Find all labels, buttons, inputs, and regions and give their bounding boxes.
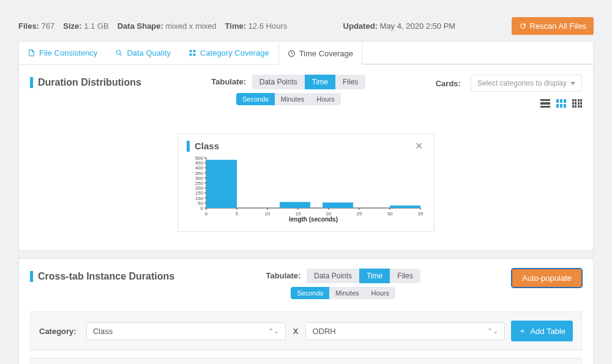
file-icon <box>28 49 35 57</box>
unit-minutes[interactable]: Minutes <box>275 93 311 105</box>
tabulate-group-2: Seconds Minutes Hours <box>236 93 341 105</box>
svg-text:200: 200 <box>195 185 204 191</box>
svg-text:35: 35 <box>418 211 424 217</box>
chart-title: Class <box>187 141 219 152</box>
duration-controls: Tabulate: Data Points Time Files Seconds… <box>211 75 365 109</box>
crosstab-subcard: Class X Capacity Minutes | ✕ <box>30 358 582 364</box>
crosstab-time[interactable]: Time <box>359 269 390 283</box>
section-divider <box>19 250 593 259</box>
svg-rect-3 <box>193 50 196 53</box>
rescan-button[interactable]: Rescan All Files <box>512 17 594 35</box>
caret-down-icon <box>570 82 575 85</box>
tabulate-label: Tabulate: <box>211 77 246 86</box>
svg-rect-47 <box>206 160 237 208</box>
crosstab-group-2: Seconds Minutes Hours <box>291 287 395 299</box>
tab-file-consistency[interactable]: File Consistency <box>19 42 106 64</box>
shape-kv: Data Shape: mixed x mixed <box>118 21 217 31</box>
auto-populate-button[interactable]: Auto-populate <box>512 269 582 288</box>
updated-kv: Updated: May 4, 2020 2:50 PM <box>343 21 456 31</box>
unit-seconds[interactable]: Seconds <box>236 93 275 105</box>
cards-label: Cards: <box>436 79 461 88</box>
svg-line-1 <box>120 54 122 56</box>
view-list-icon[interactable] <box>540 99 550 108</box>
category-row: Category: Class⌃⌄ X ODRH⌃⌄ ＋Add Table <box>30 311 582 351</box>
svg-text:5: 5 <box>236 211 239 217</box>
view-grid-medium-icon[interactable] <box>556 99 566 108</box>
crosstab-title: Cross-tab Instance Durations <box>30 271 174 282</box>
refresh-icon <box>519 22 527 30</box>
unit-hours[interactable]: Hours <box>310 93 340 105</box>
svg-text:30: 30 <box>387 211 393 217</box>
category-select-2[interactable]: ODRH⌃⌄ <box>305 322 505 340</box>
svg-text:150: 150 <box>195 190 204 196</box>
main-tabs: File Consistency Data Quality Category C… <box>18 41 594 65</box>
summary-bar: Files: 767 Size: 1.1 GB Data Shape: mixe… <box>18 17 594 35</box>
crosstab-group-1: Data Points Time Files <box>307 269 420 283</box>
svg-rect-48 <box>280 202 310 208</box>
svg-text:0: 0 <box>201 206 204 211</box>
accent-bar <box>30 77 33 88</box>
summary-left: Files: 767 Size: 1.1 GB Data Shape: mixe… <box>18 21 287 31</box>
add-table-button[interactable]: ＋Add Table <box>511 321 573 341</box>
svg-rect-5 <box>193 54 196 56</box>
svg-text:450: 450 <box>195 160 204 166</box>
clock-icon <box>288 50 296 58</box>
grid-icon <box>188 49 196 57</box>
tabulate-group-1: Data Points Time Files <box>252 75 366 89</box>
svg-rect-4 <box>190 54 192 56</box>
close-icon[interactable]: ✕ <box>412 140 425 152</box>
tabulate-files[interactable]: Files <box>335 75 365 89</box>
chart-card-class: Class ✕ 05010015020025030035040045050005… <box>177 133 435 232</box>
cards-select[interactable]: Select categories to display <box>471 75 582 92</box>
tabulate-datapoints[interactable]: Data Points <box>252 75 305 89</box>
duration-section: Duration Distributions Tabulate: Data Po… <box>19 65 593 250</box>
tabulate-label: Tabulate: <box>266 271 301 280</box>
crosstab-hours[interactable]: Hours <box>365 287 395 299</box>
crosstab-section: Cross-tab Instance Durations Tabulate: D… <box>19 259 593 364</box>
duration-title: Duration Distributions <box>30 77 141 88</box>
svg-rect-49 <box>323 202 353 208</box>
main-panel: Duration Distributions Tabulate: Data Po… <box>18 65 594 364</box>
svg-text:10: 10 <box>265 211 271 217</box>
svg-text:350: 350 <box>195 171 204 176</box>
category-select-1[interactable]: Class⌃⌄ <box>86 322 286 340</box>
svg-text:300: 300 <box>195 176 204 181</box>
svg-text:100: 100 <box>195 196 204 201</box>
svg-rect-50 <box>390 206 420 208</box>
svg-text:25: 25 <box>357 211 362 217</box>
search-icon <box>115 49 123 57</box>
svg-text:0: 0 <box>205 211 208 217</box>
svg-text:50: 50 <box>198 201 203 206</box>
svg-rect-2 <box>190 50 192 53</box>
chart-plot: 0501001502002503003504004505000510152025… <box>187 155 425 223</box>
category-label: Category: <box>39 327 76 336</box>
view-grid-small-icon[interactable] <box>572 99 582 108</box>
crosstab-minutes[interactable]: Minutes <box>329 287 365 299</box>
crosstab-seconds[interactable]: Seconds <box>291 287 329 299</box>
accent-bar <box>187 141 190 152</box>
files-kv: Files: 767 <box>18 21 54 31</box>
svg-text:400: 400 <box>195 165 204 171</box>
time-kv: Time: 12.6 Hours <box>225 21 288 31</box>
x-separator: X <box>292 327 300 336</box>
plus-icon: ＋ <box>518 325 526 336</box>
crosstab-datapoints[interactable]: Data Points <box>307 269 359 283</box>
svg-point-0 <box>117 50 121 54</box>
layout-toggle <box>540 99 582 108</box>
crosstab-files[interactable]: Files <box>390 269 420 283</box>
crosstab-controls: Tabulate: Data Points Time Files Seconds… <box>266 269 420 303</box>
accent-bar <box>30 271 33 282</box>
svg-text:250: 250 <box>195 180 204 186</box>
svg-text:length (seconds): length (seconds) <box>289 216 338 223</box>
tabulate-time[interactable]: Time <box>305 75 335 89</box>
size-kv: Size: 1.1 GB <box>63 21 108 31</box>
tab-data-quality[interactable]: Data Quality <box>106 42 180 64</box>
tab-category-coverage[interactable]: Category Coverage <box>180 42 278 64</box>
tab-time-coverage[interactable]: Time Coverage <box>278 42 362 65</box>
svg-text:500: 500 <box>195 155 204 161</box>
